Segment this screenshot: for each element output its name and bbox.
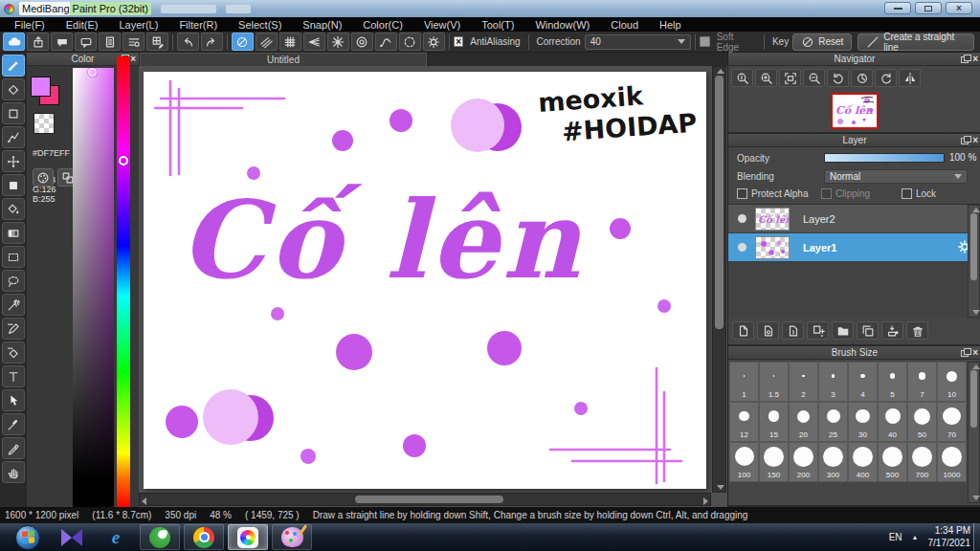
brush-scroll-thumb[interactable] bbox=[970, 370, 977, 428]
restore-button[interactable] bbox=[915, 2, 942, 14]
menu-color[interactable]: Color(C) bbox=[352, 19, 413, 31]
rotate-left-button[interactable] bbox=[827, 69, 849, 87]
chat-button[interactable] bbox=[75, 33, 97, 51]
brush-size-100[interactable]: 100 bbox=[729, 442, 759, 482]
fill-rect[interactable] bbox=[2, 174, 25, 196]
magic-wand[interactable] bbox=[2, 294, 25, 316]
taskbar-chrome-button[interactable] bbox=[184, 524, 224, 550]
brush-size-1.5[interactable]: 1.5 bbox=[759, 362, 789, 402]
menu-snap[interactable]: Snap(N) bbox=[292, 19, 352, 31]
snap-off-button[interactable] bbox=[232, 33, 254, 51]
snap-radial-button[interactable] bbox=[327, 33, 349, 51]
shape-brush[interactable] bbox=[2, 102, 25, 124]
polyline[interactable] bbox=[2, 126, 25, 148]
operation-tool[interactable] bbox=[2, 389, 25, 411]
select-rect[interactable] bbox=[2, 246, 25, 268]
protect-alpha-checkbox[interactable]: Protect Alpha bbox=[737, 188, 808, 199]
layer-scroll-thumb[interactable] bbox=[970, 213, 977, 280]
close-icon[interactable]: × bbox=[972, 55, 978, 64]
flip-horizontal-button[interactable] bbox=[899, 69, 921, 87]
transparent-color-swatch[interactable] bbox=[33, 113, 55, 134]
tray-expand-icon[interactable]: ▲ bbox=[912, 534, 919, 540]
navigator-thumbnail[interactable]: Cố lên bbox=[831, 93, 879, 129]
snap-parallel-button[interactable] bbox=[256, 33, 278, 51]
brush-tool[interactable] bbox=[2, 55, 25, 77]
brush-size-150[interactable]: 150 bbox=[759, 442, 789, 482]
brush-size-700[interactable]: 700 bbox=[907, 442, 937, 482]
duplicate-layer-button[interactable] bbox=[857, 321, 879, 340]
brush-size-30[interactable]: 30 bbox=[848, 402, 878, 442]
layer-row-layer1[interactable]: Layer1 bbox=[728, 233, 980, 262]
cloud-button[interactable] bbox=[3, 33, 25, 51]
taskbar-start-button[interactable] bbox=[8, 524, 48, 550]
drawing-canvas[interactable]: Cố lên meoxik #HOIDAP bbox=[144, 72, 706, 489]
lock-checkbox[interactable]: Lock bbox=[902, 188, 936, 199]
menu-help[interactable]: Help bbox=[649, 19, 692, 31]
layer-list-scrollbar[interactable] bbox=[968, 205, 980, 318]
scroll-down-icon[interactable] bbox=[972, 310, 980, 315]
taskbar-medibang-button[interactable] bbox=[228, 524, 268, 550]
fit-screen-button[interactable] bbox=[779, 69, 801, 87]
language-indicator[interactable]: EN bbox=[889, 532, 902, 542]
brush-size-300[interactable]: 300 bbox=[818, 442, 848, 482]
rotate-right-button[interactable] bbox=[875, 69, 897, 87]
show-desktop-button[interactable] bbox=[973, 523, 980, 551]
brush-size-50[interactable]: 50 bbox=[907, 402, 937, 442]
select-eraser[interactable] bbox=[2, 342, 25, 364]
scroll-up-icon[interactable] bbox=[717, 69, 724, 74]
brush-size-1[interactable]: 1 bbox=[729, 362, 759, 402]
snap-ellipse-button[interactable] bbox=[399, 33, 421, 51]
taskbar-palette-button[interactable] bbox=[272, 524, 312, 550]
menu-select[interactable]: Select(S) bbox=[228, 19, 292, 31]
pen-tool[interactable] bbox=[2, 437, 25, 459]
zoom-in-button[interactable] bbox=[755, 69, 777, 87]
taskbar-ie-button[interactable]: e bbox=[96, 524, 136, 550]
layer-thumbnail[interactable] bbox=[755, 236, 790, 259]
menu-file[interactable]: File(F) bbox=[4, 19, 56, 31]
popout-icon[interactable] bbox=[961, 138, 969, 144]
add-halftone-layer-button[interactable] bbox=[757, 321, 779, 340]
layer-row-layer2[interactable]: Cố lênLayer2 bbox=[728, 205, 980, 233]
move-tool[interactable] bbox=[2, 150, 25, 172]
canvas-viewport[interactable]: Cố lên meoxik #HOIDAP bbox=[139, 66, 727, 507]
scroll-up-icon[interactable] bbox=[972, 208, 980, 212]
taskbar-coccoc-button[interactable] bbox=[140, 524, 180, 550]
brush-size-2[interactable]: 2 bbox=[789, 362, 818, 402]
scroll-down-icon[interactable] bbox=[717, 485, 724, 490]
zoom-out-button[interactable] bbox=[803, 69, 825, 87]
brush-size-400[interactable]: 400 bbox=[848, 442, 878, 482]
brush-size-3[interactable]: 3 bbox=[818, 362, 848, 402]
scroll-down-icon[interactable] bbox=[972, 496, 980, 500]
document-button[interactable] bbox=[99, 33, 121, 51]
brush-size-500[interactable]: 500 bbox=[878, 442, 907, 482]
snap-settings-button[interactable] bbox=[423, 33, 445, 51]
add-layer-button[interactable] bbox=[732, 321, 754, 340]
menu-window[interactable]: Window(W) bbox=[524, 19, 600, 31]
taskbar-clock[interactable]: 1:34 PM 7/17/2021 bbox=[928, 525, 971, 549]
sv-picker-marker[interactable] bbox=[88, 68, 97, 77]
snap-concentric-button[interactable] bbox=[351, 33, 373, 51]
folder-button[interactable] bbox=[832, 321, 854, 340]
eraser-tool[interactable] bbox=[2, 78, 25, 100]
snap-vanishing-button[interactable] bbox=[303, 33, 325, 51]
brush-size-5[interactable]: 5 bbox=[878, 362, 907, 402]
menu-cloud[interactable]: Cloud bbox=[600, 19, 649, 31]
gradient-tool[interactable] bbox=[2, 222, 25, 244]
brush-size-15[interactable]: 15 bbox=[759, 402, 789, 442]
list-settings-button[interactable] bbox=[122, 33, 145, 51]
layer-visibility-dot[interactable] bbox=[738, 214, 746, 223]
snap-crisscross-button[interactable] bbox=[279, 33, 301, 51]
reset-button[interactable]: Reset bbox=[792, 33, 852, 51]
add-layer-menu-button[interactable] bbox=[807, 321, 829, 340]
select-pen[interactable] bbox=[2, 318, 25, 340]
bucket-tool[interactable] bbox=[2, 198, 25, 220]
reset-view-button[interactable] bbox=[851, 69, 873, 87]
brush-size-scrollbar[interactable] bbox=[968, 362, 980, 503]
brush-size-1000[interactable]: 1000 bbox=[937, 442, 967, 482]
palette-button[interactable] bbox=[33, 168, 54, 187]
document-tab[interactable]: Untitled bbox=[140, 53, 427, 66]
scroll-up-icon[interactable] bbox=[972, 364, 980, 369]
eyedropper[interactable] bbox=[2, 413, 25, 435]
delete-layer-button[interactable] bbox=[906, 321, 928, 340]
scroll-right-icon[interactable] bbox=[703, 497, 708, 505]
